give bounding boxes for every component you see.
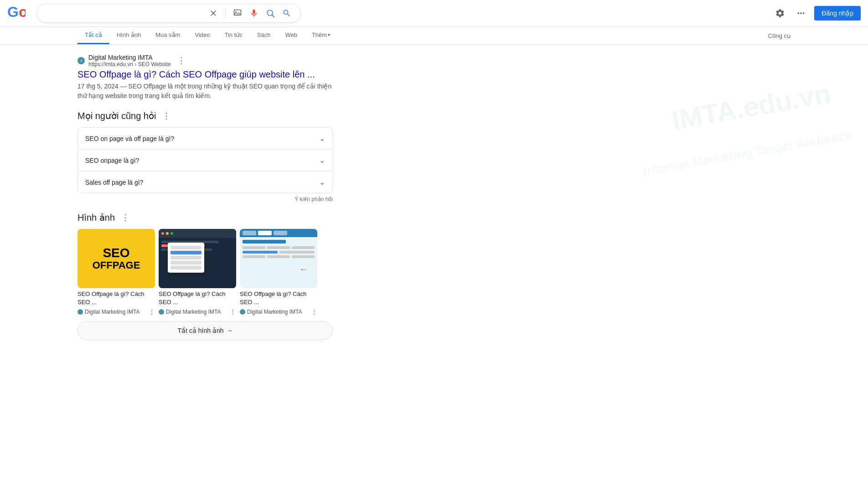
voice-search-button[interactable] — [248, 7, 260, 20]
more-chevron-icon: ▾ — [328, 32, 330, 37]
result-source-info: Digital Marketing IMTA https://imta.edu.… — [88, 54, 171, 67]
image-source-row-1: Digital Marketing IMTA ⋮ — [78, 308, 155, 316]
paa-chevron-2: ⌄ — [319, 156, 325, 165]
mock-screenshot-2 — [159, 229, 236, 288]
image-card-1: SEO OFFPAGE SEO Offpage là gì? Cách SEO … — [78, 229, 155, 316]
paa-item-1[interactable]: SEO on page và off page là gì? ⌄ — [78, 127, 333, 149]
screenshot-arrow: ← — [299, 264, 308, 274]
images-menu-button[interactable]: ⋮ — [119, 212, 132, 223]
tab-books[interactable]: Sách — [250, 27, 278, 44]
tools-tab[interactable]: Công cụ — [768, 28, 790, 44]
watermark-sub: Internet Marketing Target Audience — [642, 128, 854, 179]
img-source-2: Digital Marketing IMTA — [166, 309, 228, 315]
main-content: I Digital Marketing IMTA https://imta.ed… — [0, 45, 410, 358]
result-menu-button[interactable]: ⋮ — [175, 55, 188, 67]
header-right: Đăng nhập — [772, 5, 861, 21]
image-caption-2: SEO Offpage là gì? Cách SEO ... — [159, 290, 236, 306]
result-source-row: I Digital Marketing IMTA https://imta.ed… — [78, 54, 333, 67]
tab-images[interactable]: Hình ảnh — [109, 27, 149, 44]
img-favicon-3 — [240, 309, 245, 315]
tab-web[interactable]: Web — [278, 27, 305, 44]
img-favicon-2 — [159, 309, 164, 315]
result-date: 17 thg 5, 2024 — [78, 83, 119, 90]
image-source-row-2: Digital Marketing IMTA ⋮ — [159, 308, 236, 316]
apps-button[interactable] — [793, 5, 809, 21]
tab-shopping[interactable]: Mua sắm — [148, 27, 187, 44]
seo-offpage-thumb-text: SEO OFFPAGE — [93, 246, 140, 271]
tab-video[interactable]: Video — [187, 27, 217, 44]
lens-search-button[interactable] — [264, 7, 277, 20]
result-dash: — — [120, 83, 128, 90]
search-input[interactable]: "SEO Offpage hay còn được gọi là SEO Off… — [44, 9, 203, 17]
search-divider — [225, 8, 226, 19]
all-images-button[interactable]: Tất cả hình ảnh → — [78, 321, 333, 340]
search-result: I Digital Marketing IMTA https://imta.ed… — [78, 54, 333, 101]
settings-button[interactable] — [772, 5, 788, 21]
result-source-name: Digital Marketing IMTA — [88, 54, 171, 61]
mock-screenshot-3: ← — [240, 229, 317, 288]
people-also-ask-section: Mọi người cũng hỏi ⋮ SEO on page và off … — [78, 110, 333, 202]
header: Google "SEO Offpage hay còn được gọi là … — [0, 0, 868, 27]
image-caption-1: SEO Offpage là gì? Cách SEO ... — [78, 290, 155, 306]
img-favicon-1 — [78, 309, 83, 315]
paa-item-2[interactable]: SEO onpage là gì? ⌄ — [78, 149, 333, 171]
svg-line-4 — [272, 15, 274, 17]
img-source-3: Digital Marketing IMTA — [247, 309, 309, 315]
image-thumb-2[interactable] — [159, 229, 236, 288]
watermark: IMTA.edu.vn — [669, 78, 833, 136]
img-menu-2[interactable]: ⋮ — [230, 308, 236, 316]
result-favicon: I — [78, 57, 85, 64]
paa-chevron-1: ⌄ — [319, 134, 325, 143]
images-section: Hình ảnh ⋮ SEO OFFPAGE SEO Offpage là gì… — [78, 212, 333, 340]
paa-questions-list: SEO on page và off page là gì? ⌄ SEO onp… — [78, 127, 333, 193]
result-source-url: https://imta.edu.vn › SEO Website — [88, 61, 171, 67]
image-card-3: ← SEO Offpage là gì? Cách SEO ... Digita… — [240, 229, 317, 316]
image-caption-3: SEO Offpage là gì? Cách SEO ... — [240, 290, 317, 306]
images-section-header: Hình ảnh ⋮ — [78, 212, 333, 223]
tab-news[interactable]: Tin tức — [217, 27, 249, 44]
paa-menu-button[interactable]: ⋮ — [160, 110, 173, 122]
feedback-row[interactable]: Ý kiến phản hồi — [78, 196, 333, 202]
image-search-button[interactable] — [231, 7, 244, 20]
image-thumb-3[interactable]: ← — [240, 229, 317, 288]
nav-tabs: Tất cả Hình ảnh Mua sắm Video Tin tức Sá… — [0, 27, 868, 45]
paa-header: Mọi người cũng hỏi ⋮ — [78, 110, 333, 122]
result-title[interactable]: SEO Offpage là gì? Cách SEO Offpage giúp… — [78, 69, 333, 80]
result-snippet-block: 17 thg 5, 2024 — SEO Offpage là một tron… — [78, 82, 333, 101]
images-grid: SEO OFFPAGE SEO Offpage là gì? Cách SEO … — [78, 229, 333, 316]
image-thumb-1[interactable]: SEO OFFPAGE — [78, 229, 155, 288]
tab-more[interactable]: Thêm ▾ — [305, 27, 337, 44]
image-source-row-3: Digital Marketing IMTA ⋮ — [240, 308, 317, 316]
img-menu-1[interactable]: ⋮ — [149, 308, 155, 316]
arrow-right-icon: → — [226, 327, 232, 334]
clear-search-button[interactable] — [207, 7, 220, 20]
img-menu-3[interactable]: ⋮ — [311, 308, 317, 316]
search-bar: "SEO Offpage hay còn được gọi là SEO Off… — [36, 4, 301, 23]
paa-chevron-3: ⌄ — [319, 178, 325, 186]
image-card-2: SEO Offpage là gì? Cách SEO ... Digital … — [159, 229, 236, 316]
svg-text:Google: Google — [7, 4, 26, 20]
search-submit-button[interactable] — [280, 7, 293, 20]
img-source-1: Digital Marketing IMTA — [85, 309, 147, 315]
tab-all[interactable]: Tất cả — [78, 27, 109, 44]
paa-item-3[interactable]: Sales off page là gì? ⌄ — [78, 171, 333, 193]
signin-button[interactable]: Đăng nhập — [814, 6, 861, 21]
google-logo[interactable]: Google — [7, 4, 26, 22]
